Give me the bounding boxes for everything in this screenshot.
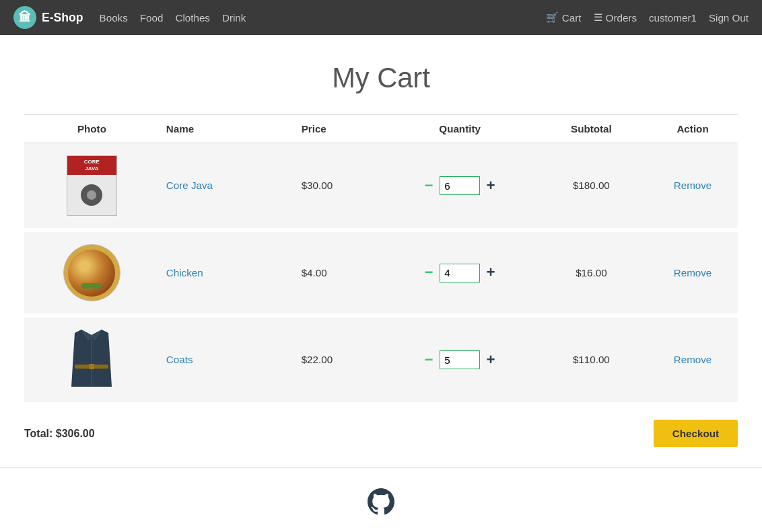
product-subtotal: $16.00 xyxy=(576,267,607,278)
navbar-right: 🛒 Cart ☰ Orders customer1 Sign Out xyxy=(546,11,749,24)
github-icon xyxy=(368,488,394,521)
product-price-cell: $4.00 xyxy=(295,230,385,315)
orders-link[interactable]: ☰ Orders xyxy=(594,11,637,24)
col-action: Action xyxy=(648,115,738,143)
cart-label: Cart xyxy=(562,12,582,24)
orders-label: Orders xyxy=(606,12,637,24)
quantity-control: − + xyxy=(392,176,528,195)
col-price: Price xyxy=(295,115,385,143)
product-action-cell: Remove xyxy=(648,230,738,315)
product-price-cell: $30.00 xyxy=(295,143,385,231)
footer-github xyxy=(0,482,762,532)
product-image-cell xyxy=(24,230,160,315)
svg-rect-2 xyxy=(89,364,94,369)
nav-clothes[interactable]: Clothes xyxy=(175,12,210,24)
product-action-cell: Remove xyxy=(648,315,738,404)
quantity-input[interactable] xyxy=(440,350,480,369)
product-name-link[interactable]: Coats xyxy=(166,354,193,365)
quantity-control: − + xyxy=(392,264,528,282)
quantity-control: − + xyxy=(392,350,528,369)
product-price-cell: $22.00 xyxy=(295,315,385,404)
cart-link[interactable]: 🛒 Cart xyxy=(546,11,582,24)
col-subtotal: Subtotal xyxy=(535,115,648,143)
product-action-cell: Remove xyxy=(648,143,738,231)
quantity-decrease-button[interactable]: − xyxy=(421,265,437,281)
product-quantity-cell: − + xyxy=(385,315,535,404)
product-subtotal-cell: $16.00 xyxy=(535,230,648,315)
cart-container: Photo Name Price Quantity Subtotal Actio… xyxy=(11,114,751,406)
remove-link[interactable]: Remove xyxy=(674,267,712,278)
signout-link[interactable]: Sign Out xyxy=(709,12,749,24)
brand-link[interactable]: 🏛 E-Shop xyxy=(13,6,83,29)
quantity-decrease-button[interactable]: − xyxy=(421,352,437,368)
username-label: customer1 xyxy=(649,12,697,24)
cart-table: Photo Name Price Quantity Subtotal Actio… xyxy=(24,114,738,406)
remove-link[interactable]: Remove xyxy=(674,354,712,365)
quantity-input[interactable] xyxy=(440,264,480,282)
product-quantity-cell: − + xyxy=(385,230,535,315)
product-subtotal: $180.00 xyxy=(573,180,610,191)
table-row: Coats $22.00 − + $110.00 Remove xyxy=(24,315,738,404)
col-name: Name xyxy=(160,115,295,143)
remove-link[interactable]: Remove xyxy=(674,180,712,191)
total-label: Total: $306.00 xyxy=(24,428,95,440)
col-quantity: Quantity xyxy=(385,115,535,143)
product-price: $22.00 xyxy=(302,354,333,365)
col-photo: Photo xyxy=(24,115,160,143)
product-subtotal-cell: $110.00 xyxy=(535,315,648,404)
table-row: Chicken $4.00 − + $16.00 Remove xyxy=(24,230,738,315)
page-title: My Cart xyxy=(0,35,762,114)
quantity-input[interactable] xyxy=(440,176,480,195)
table-header-row: Photo Name Price Quantity Subtotal Actio… xyxy=(24,115,738,143)
product-price: $30.00 xyxy=(302,180,333,191)
table-row: COREJAVA Core Java $30.00 − xyxy=(24,143,738,231)
cart-icon: 🛒 xyxy=(546,11,559,24)
product-name-link[interactable]: Chicken xyxy=(166,267,203,278)
quantity-decrease-button[interactable]: − xyxy=(421,178,437,194)
product-subtotal: $110.00 xyxy=(573,354,610,365)
footer-divider xyxy=(0,467,762,468)
product-image-cell xyxy=(24,315,160,404)
quantity-increase-button[interactable]: + xyxy=(483,265,499,281)
brand-icon: 🏛 xyxy=(13,6,36,29)
product-name-cell: Core Java xyxy=(160,143,295,231)
cart-footer: Total: $306.00 Checkout xyxy=(11,420,751,447)
nav-books[interactable]: Books xyxy=(100,12,128,24)
quantity-increase-button[interactable]: + xyxy=(483,352,499,368)
nav-links: Books Food Clothes Drink xyxy=(100,12,546,24)
checkout-button[interactable]: Checkout xyxy=(654,420,738,447)
product-name-cell: Chicken xyxy=(160,230,295,315)
nav-food[interactable]: Food xyxy=(140,12,164,24)
product-name-link[interactable]: Core Java xyxy=(166,180,213,191)
product-price: $4.00 xyxy=(302,267,327,278)
product-name-cell: Coats xyxy=(160,315,295,404)
product-image-cell: COREJAVA xyxy=(24,143,160,231)
product-subtotal-cell: $180.00 xyxy=(535,143,648,231)
orders-icon: ☰ xyxy=(594,11,602,24)
nav-drink[interactable]: Drink xyxy=(222,12,246,24)
navbar: 🏛 E-Shop Books Food Clothes Drink 🛒 Cart… xyxy=(0,0,762,35)
product-quantity-cell: − + xyxy=(385,143,535,231)
brand-name: E-Shop xyxy=(42,11,83,25)
quantity-increase-button[interactable]: + xyxy=(483,178,499,194)
